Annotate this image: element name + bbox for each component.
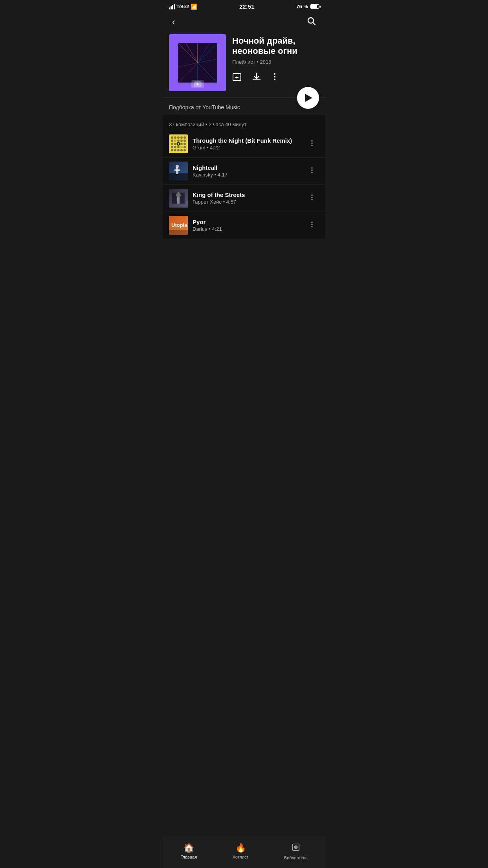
play-icon xyxy=(305,94,312,102)
album-art xyxy=(169,34,226,91)
svg-point-39 xyxy=(183,143,186,145)
tracklist-header: 37 композиций • 2 часа 40 минут xyxy=(163,115,325,131)
svg-text:Utopia: Utopia xyxy=(171,222,187,228)
svg-point-20 xyxy=(274,73,275,75)
track-menu-button[interactable] xyxy=(305,138,319,151)
album-header: Ночной драйв,неоновые огни Плейлист • 20… xyxy=(163,34,325,97)
album-title: Ночной драйв,неоновые огни xyxy=(232,36,319,57)
svg-point-40 xyxy=(171,146,173,148)
top-nav: ‹ xyxy=(163,11,325,34)
track-info: Nightcall Kavinsky • 4:17 xyxy=(193,164,300,178)
svg-point-42 xyxy=(177,146,180,148)
curated-by: Подборка от YouTube Music xyxy=(169,98,319,110)
album-art-wrapper xyxy=(169,34,226,91)
play-section: Подборка от YouTube Music xyxy=(163,97,325,110)
track-thumbnail-1 xyxy=(169,134,188,153)
wifi-icon: 📶 xyxy=(191,4,197,10)
svg-line-1 xyxy=(313,23,316,25)
status-bar: Tele2 📶 22:51 76 % xyxy=(163,0,325,11)
search-button[interactable] xyxy=(303,15,319,29)
svg-point-43 xyxy=(180,146,183,148)
svg-point-73 xyxy=(311,224,312,225)
track-thumbnail-2 xyxy=(169,162,188,180)
svg-point-25 xyxy=(174,136,176,139)
svg-point-51 xyxy=(311,142,312,143)
track-title: Nightcall xyxy=(193,164,300,171)
track-title: King of the Streets xyxy=(193,191,300,198)
svg-rect-54 xyxy=(169,173,188,180)
album-art-inner xyxy=(178,43,217,83)
svg-point-35 xyxy=(174,143,176,145)
track-item: Through the Night (Bit Funk Remix) Grum … xyxy=(163,131,325,158)
more-options-button[interactable] xyxy=(270,72,279,81)
svg-point-38 xyxy=(180,143,183,145)
svg-point-58 xyxy=(311,167,312,168)
svg-point-72 xyxy=(311,221,312,223)
track-thumbnail-4: Utopia xyxy=(169,216,188,235)
status-time: 22:51 xyxy=(239,3,254,10)
back-button[interactable]: ‹ xyxy=(169,15,178,29)
svg-point-66 xyxy=(311,194,312,195)
track-info: Pyor Darius • 4:21 xyxy=(193,219,300,232)
svg-point-60 xyxy=(311,172,312,173)
svg-point-27 xyxy=(180,136,183,139)
svg-point-49 xyxy=(183,149,186,151)
svg-point-41 xyxy=(174,146,176,148)
add-to-playlist-button[interactable] xyxy=(232,71,243,82)
svg-point-47 xyxy=(177,149,180,151)
svg-point-50 xyxy=(311,140,312,141)
svg-rect-56 xyxy=(174,169,180,171)
svg-point-26 xyxy=(177,136,180,139)
svg-point-67 xyxy=(311,197,312,198)
status-left: Tele2 📶 xyxy=(169,4,197,10)
svg-point-57 xyxy=(176,165,179,168)
track-item: Utopia Pyor Darius • 4:21 xyxy=(163,212,325,239)
track-info: King of the Streets Гаррет Хейс • 4:57 xyxy=(193,191,300,205)
play-all-button[interactable] xyxy=(297,87,319,109)
svg-point-24 xyxy=(171,136,173,139)
youtube-badge xyxy=(191,80,204,88)
svg-point-59 xyxy=(311,169,312,171)
svg-point-52 xyxy=(311,145,312,146)
track-subtitle: Гаррет Хейс • 4:57 xyxy=(193,199,300,205)
svg-point-44 xyxy=(183,146,186,148)
svg-point-45 xyxy=(171,149,173,151)
download-button[interactable] xyxy=(251,71,262,82)
album-meta: Плейлист • 2018 xyxy=(232,59,319,65)
svg-point-68 xyxy=(311,199,312,200)
track-subtitle: Grum • 4:22 xyxy=(193,145,300,151)
svg-point-30 xyxy=(174,140,176,142)
svg-point-21 xyxy=(274,76,275,77)
svg-point-74 xyxy=(311,226,312,227)
battery-label: 76 % xyxy=(296,4,308,9)
svg-point-22 xyxy=(274,79,275,80)
track-info: Through the Night (Bit Funk Remix) Grum … xyxy=(193,137,300,151)
track-subtitle: Kavinsky • 4:17 xyxy=(193,172,300,178)
svg-point-29 xyxy=(171,140,173,142)
tracklist: Through the Night (Bit Funk Remix) Grum … xyxy=(163,131,325,239)
svg-point-48 xyxy=(180,149,183,151)
track-menu-button[interactable] xyxy=(305,165,319,178)
carrier-label: Tele2 xyxy=(176,4,189,9)
album-info: Ночной драйв,неоновые огни Плейлист • 20… xyxy=(232,34,319,82)
track-title: Through the Night (Bit Funk Remix) xyxy=(193,137,300,144)
svg-point-32 xyxy=(180,140,183,142)
track-item: King of the Streets Гаррет Хейс • 4:57 xyxy=(163,185,325,212)
svg-point-37 xyxy=(178,143,179,145)
signal-icon xyxy=(169,4,175,9)
track-menu-button[interactable] xyxy=(305,192,319,205)
track-item: Nightcall Kavinsky • 4:17 xyxy=(163,158,325,185)
svg-point-31 xyxy=(177,140,180,142)
track-title: Pyor xyxy=(193,219,300,225)
track-subtitle: Darius • 4:21 xyxy=(193,226,300,232)
svg-rect-71 xyxy=(169,230,188,235)
svg-point-28 xyxy=(183,136,186,139)
track-count-label: 37 композиций • 2 часа 40 минут xyxy=(169,121,246,127)
album-actions xyxy=(232,71,319,82)
svg-point-46 xyxy=(174,149,176,151)
battery-icon xyxy=(310,4,319,9)
svg-point-65 xyxy=(176,193,181,197)
status-right: 76 % xyxy=(296,4,319,9)
track-menu-button[interactable] xyxy=(305,219,319,232)
track-thumbnail-3 xyxy=(169,189,188,208)
